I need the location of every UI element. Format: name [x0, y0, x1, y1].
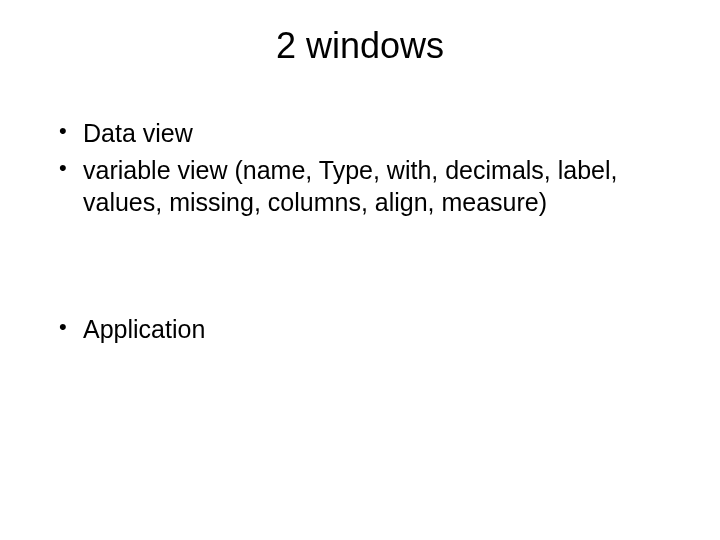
bullet-item-variable-view: variable view (name, Type, with, decimal… — [55, 154, 665, 219]
bullet-list-secondary: Application — [55, 313, 665, 346]
bullet-item-application: Application — [55, 313, 665, 346]
bullet-item-data-view: Data view — [55, 117, 665, 150]
slide-title: 2 windows — [55, 25, 665, 67]
bullet-list: Data view variable view (name, Type, wit… — [55, 117, 665, 219]
spacer — [55, 223, 665, 313]
